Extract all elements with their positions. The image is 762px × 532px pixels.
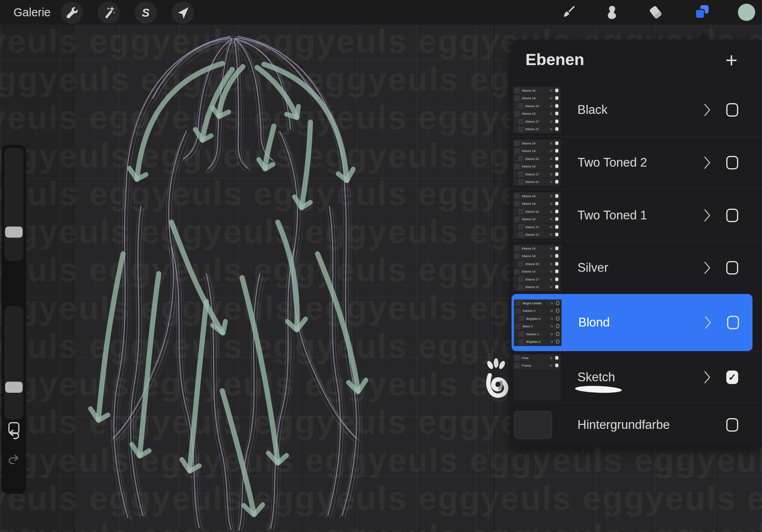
sublayer-checkbox — [555, 246, 558, 250]
layer-visibility-checkbox[interactable] — [727, 316, 739, 329]
layer-visibility-checkbox[interactable] — [726, 261, 738, 275]
layer-thumbnail[interactable]: Ebene 24 N Ebene 18 N Ebene 22 N Ebene 1… — [513, 245, 561, 291]
smudge-tool-button[interactable] — [602, 3, 622, 22]
sublayer-mini-thumbnail — [514, 164, 520, 169]
brush-size-handle[interactable] — [5, 227, 23, 238]
selection-button[interactable]: S — [135, 2, 157, 24]
layer-row[interactable]: Ebene 24 N Ebene 18 N Ebene 22 N Ebene 1… — [511, 188, 762, 242]
sublayer-blend-mode: N — [550, 181, 552, 183]
sublayer-mini-thumbnail — [518, 224, 523, 230]
sublayer-blend-mode: N — [550, 218, 552, 221]
sublayer-mini-thumbnail — [514, 269, 520, 275]
sublayer-mini-thumbnail — [515, 308, 521, 314]
layer-visibility-checkbox[interactable] — [726, 418, 738, 432]
sublayer-mini-thumbnail — [519, 316, 524, 321]
sublayer-name: Bright Details — [523, 301, 542, 305]
layer-row[interactable]: Ebene 24 N Ebene 18 N Ebene 22 N Ebene 1… — [511, 241, 762, 294]
chevron-right-icon[interactable] — [704, 103, 711, 117]
thumbnail-sublayer-row: Ebene 21 N — [513, 125, 561, 133]
sublayer-checkbox — [555, 165, 558, 168]
actions-button[interactable] — [61, 2, 83, 24]
layer-visibility-checkbox[interactable] — [726, 103, 738, 117]
chevron-right-icon[interactable] — [704, 371, 711, 384]
brush-size-slider[interactable] — [4, 148, 23, 261]
sketch-brushstroke-underline — [575, 385, 622, 394]
layer-name: Two Toned 2 — [577, 156, 647, 170]
thumbnail-empty-area — [513, 370, 561, 401]
layer-row[interactable]: Ebene 24 N Ebene 18 N Ebene 22 N Ebene 1… — [511, 136, 762, 188]
sublayer-mini-thumbnail — [518, 156, 523, 161]
sublayer-checkbox — [555, 157, 558, 160]
color-swatch-button[interactable] — [737, 3, 756, 22]
sublayer-name: Brighten 2 — [526, 340, 541, 344]
thumbnail-sublayer-row: Ebene 10 N — [513, 163, 561, 171]
sublayer-checkbox — [556, 309, 559, 313]
brush-tool-button[interactable] — [559, 3, 578, 22]
eraser-tool-button[interactable] — [646, 3, 665, 22]
sublayer-checkbox — [555, 104, 558, 108]
brush-opacity-handle[interactable] — [5, 382, 23, 393]
thumbnail-sublayer-row: Ebene 21 N — [513, 283, 561, 291]
sublayer-checkbox — [556, 325, 559, 328]
sublayer-blend-mode: N — [551, 302, 553, 304]
layer-thumbnail[interactable]: Bright Details N Darken 2 M Brighten 2 N… — [514, 300, 562, 346]
layer-thumbnail[interactable]: Ebene 24 N Ebene 18 N Ebene 22 N Ebene 1… — [513, 140, 561, 186]
thumbnail-sublayer-row: Ebene 17 N — [513, 276, 561, 284]
add-layer-button[interactable]: + — [723, 50, 740, 71]
thumbnail-sublayer-row: Ebene 17 N — [513, 118, 561, 126]
sublayer-checkbox — [555, 270, 558, 273]
layer-thumbnail[interactable]: Ebene 24 N Ebene 18 N Ebene 22 N Ebene 1… — [513, 87, 561, 133]
layer-row[interactable]: Bright Details N Darken 2 M Brighten 2 N… — [512, 294, 752, 351]
sublayer-name: Ebene 10 — [522, 270, 535, 273]
layer-row[interactable]: Ebene 24 N Ebene 18 N Ebene 22 N Ebene 1… — [511, 84, 762, 136]
layer-visibility-checkbox[interactable]: ✓ — [726, 371, 738, 384]
redo-button[interactable] — [7, 452, 21, 467]
thumbnail-sublayer-row: Ebene 17 N — [513, 223, 561, 231]
sublayer-checkbox — [555, 127, 558, 131]
gallery-button[interactable]: Galerie — [13, 0, 51, 25]
redo-icon — [7, 452, 21, 467]
sublayer-checkbox — [555, 209, 558, 213]
sublayer-checkbox — [555, 262, 558, 265]
layer-name: Black — [577, 103, 608, 117]
sublayer-name: Ebene 10 — [522, 165, 535, 168]
sublayer-mini-thumbnail — [514, 254, 520, 259]
chevron-right-icon[interactable] — [704, 316, 712, 329]
sublayer-checkbox — [555, 277, 558, 281]
undo-button[interactable] — [7, 427, 21, 442]
eraser-icon — [647, 3, 665, 21]
sublayer-name: Ebene 10 — [522, 217, 535, 221]
sublayer-blend-mode: N — [550, 255, 552, 257]
layer-visibility-checkbox[interactable] — [726, 209, 738, 222]
layer-thumbnail[interactable]: Ebene 24 N Ebene 18 N Ebene 22 N Ebene 1… — [513, 192, 561, 239]
sublayer-blend-mode: N — [550, 128, 552, 131]
undo-icon — [7, 427, 21, 442]
sublayer-name: Ebene 18 — [522, 96, 535, 100]
thumbnail-sublayer-row: Ebene 18 N — [513, 147, 561, 155]
layer-visibility-checkbox[interactable] — [726, 156, 738, 169]
sublayer-mini-thumbnail — [518, 277, 523, 282]
sublayer-mini-thumbnail — [518, 209, 523, 214]
sublayer-name: Ebene 24 — [522, 246, 535, 250]
sublayer-name: Ebene 17 — [525, 277, 539, 281]
sublayer-name: Ebene 17 — [525, 119, 539, 123]
layer-row[interactable]: Hintergrundfarbe — [511, 403, 762, 446]
sublayer-mini-thumbnail — [518, 284, 523, 290]
chevron-right-icon[interactable] — [704, 261, 711, 275]
layers-panel-button[interactable] — [693, 3, 712, 22]
chevron-right-icon[interactable] — [704, 156, 711, 169]
panel-notch — [697, 32, 710, 40]
sublayer-blend-mode: N — [550, 202, 552, 205]
smudge-finger-icon — [603, 3, 621, 21]
sublayer-blend-mode: M — [550, 332, 553, 335]
transform-button[interactable] — [172, 2, 194, 24]
layer-thumbnail[interactable]: Flow N Frame N — [513, 354, 561, 401]
chevron-right-icon[interactable] — [704, 209, 711, 222]
sublayer-checkbox — [555, 119, 558, 123]
sublayer-blend-mode: N — [551, 325, 553, 328]
sublayer-blend-mode: N — [550, 142, 552, 144]
adjustments-wand-button[interactable] — [98, 2, 120, 24]
layer-row[interactable]: Flow N Frame N Sketch ✓ — [511, 351, 762, 403]
background-color-swatch[interactable] — [514, 411, 552, 439]
brush-opacity-slider[interactable] — [4, 306, 23, 419]
